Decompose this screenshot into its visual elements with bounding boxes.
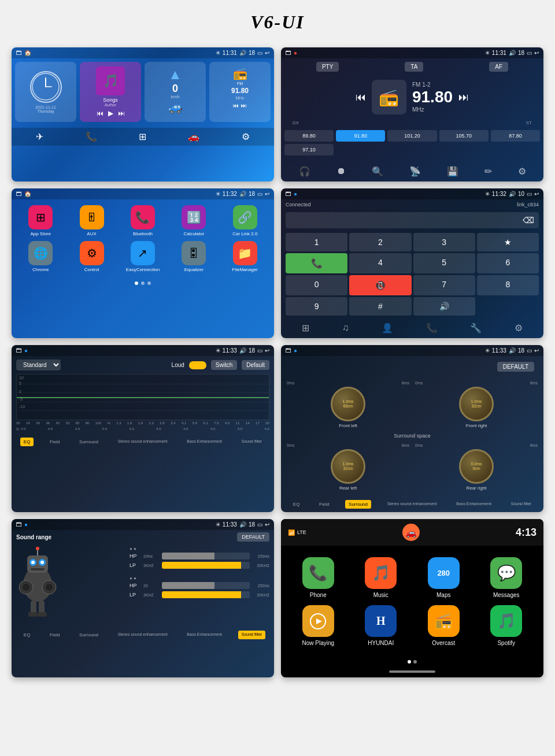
phone-recent-icon[interactable]: 📞 — [426, 323, 438, 333]
app-easyconnect[interactable]: ↗ EasyConnection — [120, 241, 166, 272]
eq-toggle[interactable] — [189, 361, 206, 369]
app-calculator[interactable]: 🔢 Calculator — [171, 205, 217, 236]
carplay-app-phone[interactable]: 📞 Phone — [290, 557, 346, 598]
dot-3[interactable] — [147, 281, 151, 285]
eq-tab-bass[interactable]: Bass Enhancement — [183, 438, 225, 446]
phone-contacts-icon[interactable]: 👤 — [382, 323, 393, 333]
dot-1[interactable] — [135, 281, 138, 285]
eq-default-btn[interactable]: Default — [242, 360, 269, 370]
radio-back-btn[interactable]: ↩ — [534, 50, 539, 56]
knob-rear-left[interactable]: 0ms8ms 1.0ms32cm Rear left — [287, 443, 409, 491]
home-back-icon[interactable]: ↩ — [265, 50, 269, 56]
play-btn[interactable]: ▶ — [108, 109, 113, 117]
hp1-slider[interactable] — [162, 553, 250, 559]
knob-front-left[interactable]: 0ms8ms 1.0ms68cm Front left — [287, 381, 409, 428]
radio-prev[interactable]: ⏮ — [233, 102, 239, 109]
app-aux[interactable]: 🎚 AUX — [68, 205, 114, 236]
phone-msg-icon[interactable]: 🔧 — [470, 323, 482, 333]
knob-rear-right[interactable]: 0ms8ms 0.0ms0cm Rear right — [415, 443, 538, 491]
dial-6[interactable]: 6 — [477, 253, 539, 273]
apps-back-btn[interactable]: ↩ — [265, 191, 269, 197]
surround-tab-surround[interactable]: Surround — [345, 500, 371, 509]
app-chrome[interactable]: 🌐 Chrome — [17, 241, 64, 272]
surround-tab-filter[interactable]: Sound filter — [508, 500, 535, 509]
eq-preset-select[interactable]: Standard Rock Pop Jazz — [16, 360, 61, 370]
surround-tab-field[interactable]: Field — [316, 500, 332, 509]
dial-9[interactable]: 9 — [286, 297, 347, 316]
knob-front-right[interactable]: 0ms8ms 1.0ms32cm Front right — [415, 381, 538, 428]
surround-default-btn[interactable]: DEFAULT — [497, 362, 534, 372]
carplay-app-spotify[interactable]: 🎵 Spotify — [479, 605, 535, 646]
radio-widget[interactable]: 📻 FM 91.80 MHz ⏮ ⏭ — [209, 62, 271, 122]
home-send-icon[interactable]: ✈ — [36, 131, 43, 142]
music-widget[interactable]: 🎵 Songs Author ⏮ ▶ ⏭ — [80, 62, 141, 122]
eq-back-btn[interactable]: ↩ — [265, 347, 269, 354]
preset-4[interactable]: 87.80 — [491, 130, 540, 142]
carplay-home-bar[interactable] — [389, 670, 435, 673]
dial-0[interactable]: 0 — [286, 275, 347, 295]
dial-4[interactable]: 4 — [349, 253, 411, 273]
soundrange-tab-surround[interactable]: Surround — [76, 631, 102, 639]
phone-back-btn[interactable]: ↩ — [534, 191, 539, 197]
eq-tab-filter[interactable]: Sound filter — [238, 438, 265, 446]
soundrange-tab-bass[interactable]: Bass Enhancement — [183, 631, 225, 639]
prev-btn[interactable]: ⏮ — [97, 109, 103, 117]
carplay-dot-2[interactable] — [413, 660, 417, 664]
home-car-icon[interactable]: 🚗 — [188, 131, 199, 142]
dial-star[interactable]: ★ — [477, 233, 539, 251]
dial-3[interactable]: 3 — [413, 233, 475, 251]
surround-tab-eq[interactable]: EQ — [290, 500, 304, 509]
carplay-app-overcast[interactable]: 📻 Overcast — [416, 605, 472, 646]
soundrange-tab-eq[interactable]: EQ — [20, 631, 34, 639]
carplay-app-music[interactable]: 🎵 Music — [353, 557, 409, 598]
soundrange-tab-field[interactable]: Field — [46, 631, 63, 639]
soundrange-tab-stereo[interactable]: Stereo sound enhancement — [114, 631, 171, 639]
surround-back-btn[interactable]: ↩ — [534, 347, 539, 354]
carplay-app-nowplaying[interactable]: Now Playing — [290, 605, 346, 646]
app-equalizer[interactable]: 🎛 Equalizer — [171, 241, 217, 272]
radio-save-icon[interactable]: 💾 — [447, 166, 458, 177]
radio-edit-icon[interactable]: ✏ — [484, 166, 492, 177]
app-bluetooth[interactable]: 📞 Bluetooth — [120, 205, 166, 236]
surround-tab-bass[interactable]: Bass Enhancement — [453, 500, 495, 509]
app-appstore[interactable]: ⊞ App Store — [17, 205, 64, 236]
carplay-app-messages[interactable]: 💬 Messages — [479, 557, 535, 598]
soundrange-tab-filter[interactable]: Sound filter — [238, 631, 265, 639]
app-filemanager[interactable]: 📁 FileManager — [222, 241, 268, 272]
radio-search-icon[interactable]: 🔍 — [372, 166, 383, 177]
radio-settings-icon[interactable]: ⚙ — [518, 166, 526, 177]
phone-music-icon[interactable]: ♫ — [342, 323, 349, 333]
home-apps-icon[interactable]: ⊞ — [139, 131, 146, 142]
phone-backspace-icon[interactable]: ⌫ — [523, 216, 534, 225]
preset-1[interactable]: 91.80 — [336, 130, 385, 142]
radio-next-btn[interactable]: ⏭ — [458, 91, 469, 103]
phone-settings-icon[interactable]: ⚙ — [515, 323, 523, 333]
radio-prev-btn[interactable]: ⏮ — [356, 91, 366, 103]
carplay-dot-1[interactable] — [408, 660, 411, 664]
eq-tab-eq[interactable]: EQ — [20, 438, 34, 446]
carplay-app-maps[interactable]: 280 Maps — [416, 557, 472, 598]
dial-2[interactable]: 2 — [349, 233, 411, 251]
soundrange-back-btn[interactable]: ↩ — [265, 521, 269, 528]
app-carlink[interactable]: 🔗 Car Link 2.0 — [222, 205, 268, 236]
preset-0[interactable]: 89.80 — [284, 130, 334, 142]
dial-1[interactable]: 1 — [286, 233, 347, 251]
app-control[interactable]: ⚙ Control — [68, 241, 114, 272]
preset-5[interactable]: 97.10 — [284, 144, 334, 155]
dial-5[interactable]: 5 — [413, 253, 475, 273]
preset-2[interactable]: 101.20 — [387, 130, 436, 142]
home-phone-icon[interactable]: 📞 — [86, 131, 97, 142]
eq-tab-stereo[interactable]: Stereo sound enhancement — [114, 438, 171, 446]
next-btn[interactable]: ⏭ — [118, 109, 125, 117]
ta-btn[interactable]: TA — [405, 62, 423, 72]
radio-next[interactable]: ⏭ — [241, 102, 247, 109]
lp1-slider[interactable] — [162, 562, 250, 569]
dial-8[interactable]: 8 — [477, 275, 539, 295]
eq-switch-btn[interactable]: Switch — [211, 360, 237, 370]
dot-2[interactable] — [141, 281, 145, 285]
surround-tab-stereo[interactable]: Stereo sound enhancement — [384, 500, 441, 509]
radio-toggle-icon[interactable]: ⏺ — [336, 166, 346, 177]
eq-tab-field[interactable]: Field — [46, 438, 63, 446]
phone-dialer-icon[interactable]: ⊞ — [302, 323, 309, 333]
soundrange-default-btn[interactable]: DEFAULT — [237, 532, 269, 542]
